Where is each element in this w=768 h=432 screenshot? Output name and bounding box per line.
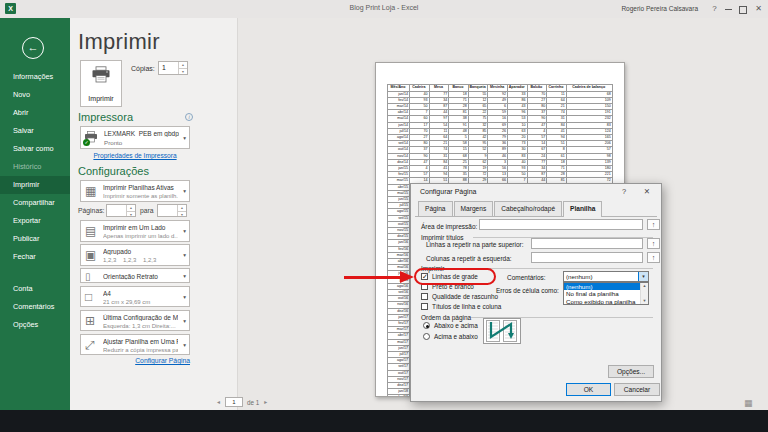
radio-abaixo-e-acima[interactable]: Abaixo e acima <box>423 321 478 330</box>
chevron-down-icon <box>183 273 186 279</box>
dropdown-option-no-final-da-planilha[interactable]: No final da planilha <box>564 290 640 297</box>
sidebar-item-salvar[interactable]: Salvar <box>0 122 70 140</box>
printer-selector[interactable]: LEXMARK_PEB em gbdpser... Pronto <box>80 126 190 149</box>
radio-label: Acima e abaixo <box>434 333 478 340</box>
pages-to-label: para <box>140 207 154 214</box>
setting-scaling[interactable]: ⤢ Ajustar Planilha em Uma Pá...Reduzir a… <box>80 334 190 355</box>
sidebar-item-novo[interactable]: Novo <box>0 86 70 104</box>
setting-title: A4 <box>103 290 178 297</box>
collapse-dialog-icon[interactable] <box>647 238 660 249</box>
chevron-down-icon <box>183 294 186 300</box>
scaling-icon: ⤢ <box>85 338 95 352</box>
setting-title: Última Configuração de Ma... <box>103 314 178 321</box>
pages-to-stepper[interactable] <box>157 204 187 217</box>
cancel-button[interactable]: Cancelar <box>614 383 660 396</box>
setting-duplex[interactable]: ▤ Imprimir em Um LadoApenas imprimir um … <box>80 220 190 242</box>
month-cell: fev/18 <box>388 395 410 397</box>
collapse-dialog-icon[interactable] <box>647 252 660 263</box>
help-icon[interactable] <box>707 0 722 18</box>
scroll-up-icon[interactable]: ▲ <box>641 283 648 289</box>
tab-margens[interactable]: Margens <box>454 201 494 216</box>
tab-cabecalho-rodape[interactable]: Cabeçalho/rodapé <box>494 201 562 216</box>
sidebar-item-publicar[interactable]: Publicar <box>0 230 70 248</box>
previous-page-icon[interactable]: ◄ <box>216 399 221 405</box>
sidebar-item-salvar-como[interactable]: Salvar como <box>0 140 70 158</box>
margins-icon: ⊞ <box>85 314 95 328</box>
pages-to-value <box>161 205 175 216</box>
sidebar-item-historico: Histórico <box>0 158 70 176</box>
radio-button-icon[interactable] <box>423 322 430 329</box>
sidebar-item-informacoes[interactable]: Informações <box>0 68 70 86</box>
print-button[interactable]: Imprimir <box>80 60 122 107</box>
printer-properties-link[interactable]: Propriedades de Impressora <box>80 152 190 159</box>
setting-title: Orientação Retrato <box>103 272 178 279</box>
pages-from-value <box>110 205 124 216</box>
collapse-dialog-icon[interactable] <box>647 219 660 230</box>
copies-stepper[interactable]: 1 <box>158 61 188 75</box>
print-button-label: Imprimir <box>81 95 121 102</box>
sidebar-item-opcoes[interactable]: Opções <box>0 316 70 334</box>
tab-planilha[interactable]: Planilha <box>563 201 602 217</box>
sidebar-item-conta[interactable]: Conta <box>0 280 70 298</box>
column-header: Banqueta <box>468 85 488 92</box>
tab-pagina[interactable]: Página <box>418 201 453 216</box>
stepper-arrows[interactable] <box>177 205 186 216</box>
chevron-down-icon[interactable] <box>638 272 648 281</box>
restore-icon[interactable] <box>735 0 750 18</box>
radio-button-icon[interactable] <box>423 333 430 340</box>
next-page-icon[interactable]: ► <box>263 399 268 405</box>
printer-name: LEXMARK_PEB em gbdpser... <box>104 130 179 137</box>
pages-from-stepper[interactable] <box>106 204 136 217</box>
setting-subtitle: Imprimir somente as planilh... <box>103 193 178 199</box>
printer-ready-check-icon <box>83 139 90 146</box>
stepper-arrows[interactable] <box>178 62 187 74</box>
setting-title: Agrupado <box>103 248 178 255</box>
dropdown-option-nenhum[interactable]: (nenhum) <box>564 283 640 290</box>
annotation-highlight-box <box>414 268 496 285</box>
dialog-title: Configurar Página <box>420 188 476 195</box>
sidebar-item-compartilhar[interactable]: Compartilhar <box>0 194 70 212</box>
checkbox-qualidade-de-rascunho[interactable]: Qualidade de rascunho <box>421 292 498 301</box>
sidebar-item-abrir[interactable]: Abrir <box>0 104 70 122</box>
current-page-input[interactable]: 1 <box>225 397 243 407</box>
setting-paper-size[interactable]: □ A421 cm x 29,69 cm <box>80 286 190 307</box>
cell-errors-label: Erros de célula como: <box>496 287 559 294</box>
checkbox-box-icon[interactable] <box>421 293 428 300</box>
setting-print-active-sheets[interactable]: ▦ Imprimir Planilhas AtivasImprimir some… <box>80 180 190 202</box>
options-button[interactable]: Opções... <box>608 365 654 378</box>
repeat-cols-input[interactable] <box>531 252 643 263</box>
repeat-rows-label: Linhas a repetir na parte superior: <box>426 241 524 248</box>
sidebar-item-fechar[interactable]: Fechar <box>0 248 70 266</box>
stepper-arrows[interactable] <box>126 205 135 216</box>
setting-margins[interactable]: ⊞ Última Configuração de Ma...Esquerda: … <box>80 310 190 331</box>
active-sheets-icon: ▦ <box>85 184 96 198</box>
zoom-to-page-icon[interactable] <box>744 398 757 408</box>
chevron-down-icon <box>183 318 186 324</box>
back-button[interactable] <box>22 37 44 59</box>
ok-button[interactable]: OK <box>566 383 611 396</box>
page-setup-link[interactable]: Configurar Página <box>100 357 190 364</box>
checkbox-titulos-de-linha-e-coluna[interactable]: Títulos de linha e coluna <box>421 302 501 311</box>
dropdown-option-como-exibido-na-planilha[interactable]: Como exibido na planilha <box>564 298 640 305</box>
info-icon[interactable]: i <box>185 113 193 121</box>
close-icon[interactable] <box>751 0 766 18</box>
sidebar-items: InformaçõesNovoAbrirSalvarSalvar comoHis… <box>0 68 70 334</box>
sidebar-item-imprimir[interactable]: Imprimir <box>0 176 70 194</box>
comments-dropdown[interactable]: (nenhum) <box>563 271 649 282</box>
setting-collation[interactable]: ▣ Agrupado1,2,3 1,2,3 1,2,3 <box>80 244 190 266</box>
sidebar-item-exportar[interactable]: Exportar <box>0 212 70 230</box>
radio-acima-e-abaixo[interactable]: Acima e abaixo <box>423 332 478 341</box>
print-titles-group-label: Imprimir títulos <box>421 234 464 241</box>
scroll-down-icon[interactable]: ▼ <box>641 298 648 304</box>
sidebar-item-comentarios[interactable]: Comentários <box>0 298 70 316</box>
print-area-input[interactable] <box>479 219 643 230</box>
setting-orientation[interactable]: ▯ Orientação Retrato <box>80 268 190 283</box>
repeat-rows-input[interactable] <box>531 238 643 249</box>
dialog-titlebar: Configurar Página <box>411 184 661 200</box>
dialog-close-icon[interactable] <box>640 184 654 199</box>
checkbox-box-icon[interactable] <box>421 303 428 310</box>
orientation-icon: ▯ <box>85 270 91 281</box>
minimize-icon[interactable] <box>721 0 736 18</box>
dialog-help-icon[interactable] <box>617 184 631 199</box>
dropdown-scrollbar[interactable]: ▲ ▼ <box>640 283 648 304</box>
